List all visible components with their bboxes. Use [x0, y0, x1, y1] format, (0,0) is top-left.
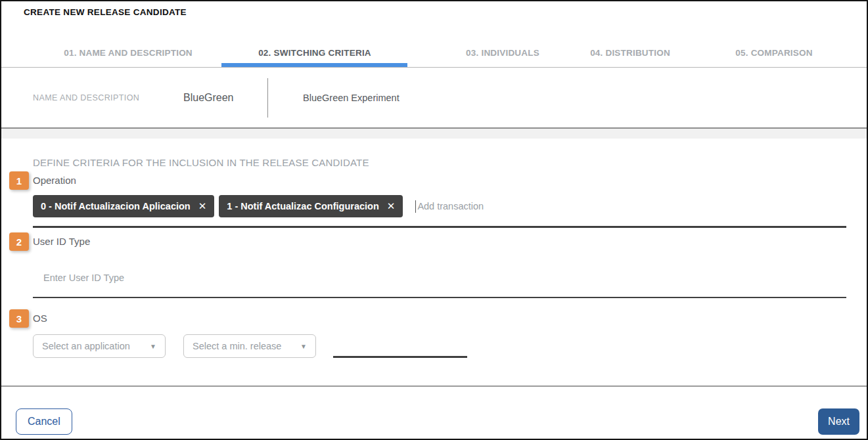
page-title: CREATE NEW RELEASE CANDIDATE [24, 7, 187, 17]
remove-icon[interactable]: ✕ [387, 200, 396, 212]
user-id-type-input[interactable] [42, 272, 825, 284]
step-operation: 1 Operation 0 - Notif Actualizacion Apli… [1, 175, 867, 228]
remove-icon[interactable]: ✕ [198, 200, 207, 212]
os-selectors-row: Select an application ▼ Select a min. re… [33, 334, 867, 358]
transaction-chip[interactable]: 0 - Notif Actualizacion Aplicacion ✕ [33, 195, 214, 217]
min-release-select-placeholder: Select a min. release [193, 341, 281, 351]
name-description-summary: NAME AND DESCRIPTION BlueGreen BlueGreen… [1, 68, 867, 127]
operation-label: Operation [33, 175, 867, 186]
content-divider [1, 127, 867, 139]
create-release-candidate-dialog: CREATE NEW RELEASE CANDIDATE 01. NAME AN… [0, 0, 868, 440]
os-version-input-underline[interactable] [333, 356, 467, 358]
step-os: 3 OS Select an application ▼ Select a mi… [1, 313, 867, 358]
tab-distribution[interactable]: 04. DISTRIBUTION [590, 48, 670, 58]
os-label: OS [33, 313, 867, 324]
tab-name-and-description[interactable]: 01. NAME AND DESCRIPTION [64, 48, 193, 58]
chevron-down-icon: ▼ [300, 343, 307, 350]
chevron-down-icon: ▼ [150, 343, 156, 350]
summary-label: NAME AND DESCRIPTION [33, 93, 139, 102]
user-id-type-label: User ID Type [33, 236, 867, 247]
next-button[interactable]: Next [818, 408, 859, 435]
transaction-chip-label: 1 - Notif Actualizac Configuracion [227, 201, 378, 211]
release-description-value: BlueGreen Experiment [303, 93, 400, 103]
min-release-select[interactable]: Select a min. release ▼ [183, 334, 316, 358]
tab-switching-criteria[interactable]: 02. SWITCHING CRITERIA [258, 48, 371, 58]
wizard-footer: Cancel Next [1, 385, 867, 439]
tab-comparison[interactable]: 05. COMPARISON [735, 48, 812, 58]
switching-criteria-form: DEFINE CRITERIA FOR THE INCLUSION IN THE… [1, 139, 867, 385]
wizard-header: CREATE NEW RELEASE CANDIDATE 01. NAME AN… [1, 1, 867, 68]
application-select[interactable]: Select an application ▼ [33, 334, 166, 358]
add-transaction-wrap [415, 200, 563, 213]
operation-transactions-field: 0 - Notif Actualizacion Aplicacion ✕ 1 -… [33, 195, 846, 228]
step-1-badge: 1 [9, 171, 29, 190]
step-3-badge: 3 [9, 309, 29, 328]
step-user-id-type: 2 User ID Type [1, 236, 867, 298]
section-title: DEFINE CRITERIA FOR THE INCLUSION IN THE… [33, 157, 846, 168]
application-select-placeholder: Select an application [42, 341, 130, 351]
cancel-button[interactable]: Cancel [16, 408, 72, 435]
tab-individuals[interactable]: 03. INDIVIDUALS [466, 48, 539, 58]
release-name-value: BlueGreen [183, 92, 234, 104]
vertical-divider [267, 78, 268, 118]
add-transaction-input[interactable] [416, 200, 563, 212]
transaction-chip[interactable]: 1 - Notif Actualizac Configuracion ✕ [219, 195, 403, 217]
user-id-type-field [33, 272, 846, 298]
active-tab-indicator [221, 63, 407, 67]
step-2-badge: 2 [9, 232, 29, 251]
transaction-chip-label: 0 - Notif Actualizacion Aplicacion [41, 201, 191, 211]
